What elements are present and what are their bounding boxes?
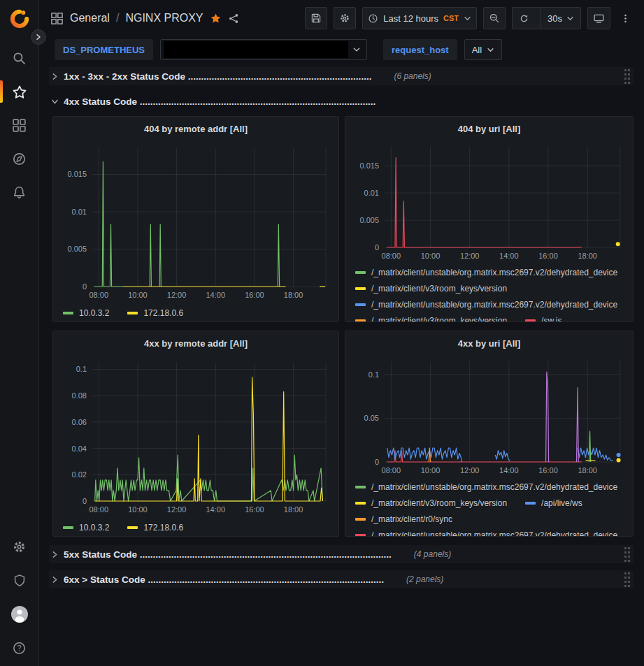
svg-text:0.08: 0.08 <box>72 391 87 400</box>
bell-icon <box>12 185 27 200</box>
legend-row: /_matrix/client/unstable/org.matrix.msc2… <box>355 296 627 312</box>
svg-text:08:00: 08:00 <box>382 466 401 475</box>
variable-value-request-host[interactable]: All <box>464 39 502 60</box>
legend-item[interactable]: /_matrix/client/unstable/org.matrix.msc2… <box>355 300 617 310</box>
panel-title[interactable]: 404 by remote addr [All] <box>59 120 333 137</box>
panel-4xx-by-uri: 4xx by uri [All] 00.050.108:0010:0012:00… <box>345 331 634 537</box>
tv-mode-button[interactable] <box>587 7 610 29</box>
redacted-value <box>164 41 348 58</box>
sidebar-item-alerting[interactable] <box>0 184 38 201</box>
legend-item[interactable]: /_matrix/client/v3/room_keys/version <box>355 498 507 508</box>
panel-title[interactable]: 4xx by remote addr [All] <box>59 335 333 352</box>
legend-item[interactable]: /_matrix/client/unstable/org.matrix.msc2… <box>355 268 617 277</box>
legend-row: /_matrix/client/r0/sync <box>355 511 627 527</box>
breadcrumb: General / NGINX PROXY <box>50 12 240 25</box>
kebab-menu-icon <box>620 13 631 24</box>
svg-text:10:00: 10:00 <box>128 291 148 299</box>
breadcrumb-dashboard-title[interactable]: NGINX PROXY <box>125 12 203 24</box>
legend-series-color <box>355 502 366 505</box>
legend-item[interactable]: /_matrix/client/r0/sync <box>355 514 452 524</box>
legend-series-label: /_matrix/client/v3/room_keys/version <box>371 284 507 294</box>
svg-text:10:00: 10:00 <box>421 466 441 475</box>
refresh-button[interactable] <box>513 8 536 29</box>
chevron-right-icon <box>50 575 59 584</box>
legend-item[interactable]: /_matrix/client/v3/room_keys/version <box>355 316 507 323</box>
chart-legend: 10.0.3.2172.18.0.6 <box>59 519 333 535</box>
compass-icon <box>12 152 27 166</box>
time-series-chart[interactable]: 00.0050.010.01508:0010:0012:0014:0016:00… <box>59 137 333 305</box>
sidebar-item-explore[interactable] <box>0 151 38 167</box>
row-drag-handle[interactable] <box>624 68 631 85</box>
sidebar: ? <box>0 0 39 666</box>
row-drag-handle[interactable] <box>624 572 631 588</box>
row-panel-count: (4 panels) <box>414 549 451 559</box>
row-header-5xx[interactable]: 5xx Status Code ........................… <box>49 545 634 563</box>
grafana-logo[interactable] <box>9 8 30 29</box>
gear-icon <box>12 540 27 554</box>
legend-series-color <box>355 271 366 274</box>
time-series-chart[interactable]: 00.050.108:0010:0012:0014:0016:0018:00 <box>351 352 629 479</box>
legend-item[interactable]: /_matrix/client/unstable/org.matrix.msc2… <box>355 530 617 537</box>
legend-item[interactable]: 10.0.3.2 <box>63 523 109 533</box>
legend-series-label: /_matrix/client/unstable/org.matrix.msc2… <box>371 268 617 277</box>
dashboard-settings-button[interactable] <box>334 7 356 29</box>
more-options-button[interactable] <box>617 7 634 29</box>
row-drag-handle[interactable] <box>624 546 631 563</box>
svg-text:12:00: 12:00 <box>167 505 187 514</box>
svg-text:0.015: 0.015 <box>67 170 87 178</box>
sidebar-item-search[interactable] <box>0 50 38 66</box>
help-icon: ? <box>12 641 27 656</box>
svg-text:0: 0 <box>375 243 379 252</box>
panel-title[interactable]: 404 by uri [All] <box>351 120 627 137</box>
legend-series-color <box>355 518 366 521</box>
zoom-out-time-button[interactable] <box>483 7 506 29</box>
time-range-picker[interactable]: Last 12 hours CST <box>362 7 477 29</box>
chevron-right-icon <box>34 33 43 41</box>
legend-series-color <box>355 303 366 306</box>
dashboard-toolbar: General / NGINX PROXY Last 12 hours CST <box>39 0 644 36</box>
sidebar-item-starred[interactable] <box>0 84 38 100</box>
legend-item[interactable]: 172.18.0.6 <box>127 523 183 533</box>
legend-item[interactable]: 10.0.3.2 <box>63 308 109 318</box>
save-dashboard-button[interactable] <box>305 7 327 29</box>
breadcrumb-folder[interactable]: General <box>70 12 110 24</box>
legend-series-label: /_matrix/client/unstable/org.matrix.msc2… <box>371 300 617 310</box>
chart-legend: 10.0.3.2172.18.0.6 <box>59 305 333 321</box>
panel-row: 404 by remote addr [All] 00.0050.010.015… <box>49 116 634 322</box>
legend-row: 10.0.3.2172.18.0.6 <box>63 519 333 535</box>
sidebar-item-dashboards[interactable] <box>0 117 38 133</box>
legend-series-color <box>63 526 73 529</box>
variable-value-ds-prometheus[interactable] <box>160 39 367 60</box>
legend-item[interactable]: /_matrix/client/unstable/org.matrix.msc2… <box>355 482 617 492</box>
legend-item[interactable]: /_matrix/client/v3/room_keys/version <box>355 284 507 294</box>
legend-series-label: 10.0.3.2 <box>79 523 109 533</box>
sidebar-item-help[interactable]: ? <box>0 640 38 656</box>
monitor-icon <box>593 13 605 24</box>
svg-text:14:00: 14:00 <box>206 505 226 514</box>
legend-series-color <box>355 486 366 488</box>
chart-legend: /_matrix/client/unstable/org.matrix.msc2… <box>351 479 627 537</box>
svg-text:0.05: 0.05 <box>364 414 379 422</box>
row-header-4xx[interactable]: 4xx Status Code ........................… <box>49 92 634 110</box>
row-header-6xx[interactable]: 6xx > Status Code ......................… <box>49 570 634 588</box>
sidebar-item-configuration[interactable] <box>0 539 38 555</box>
star-filled-icon[interactable] <box>210 13 222 24</box>
legend-item[interactable]: /api/live/ws <box>525 498 582 508</box>
user-avatar[interactable] <box>11 606 28 623</box>
legend-item[interactable]: /sw.js <box>525 316 561 323</box>
legend-item[interactable]: 172.18.0.6 <box>127 308 183 318</box>
time-series-chart[interactable]: 00.020.040.060.080.108:0010:0012:0014:00… <box>59 352 333 519</box>
row-header-1xx-3xx-2xx[interactable]: 1xx - 3xx - 2xx Status Code ............… <box>49 67 634 85</box>
svg-text:0.06: 0.06 <box>72 418 87 426</box>
panel-title[interactable]: 4xx by uri [All] <box>351 335 627 352</box>
legend-series-color <box>525 319 536 322</box>
share-icon[interactable] <box>228 13 240 24</box>
svg-text:16:00: 16:00 <box>245 505 264 514</box>
sidebar-expand-button[interactable] <box>31 29 46 45</box>
sidebar-item-server-admin[interactable] <box>0 572 38 588</box>
search-icon <box>12 51 27 66</box>
time-series-chart[interactable]: 00.0050.010.01508:0010:0012:0014:0016:00… <box>351 137 629 264</box>
refresh-interval-dropdown[interactable]: 30s <box>541 8 580 29</box>
legend-series-label: 10.0.3.2 <box>79 308 109 318</box>
svg-text:10:00: 10:00 <box>128 505 148 514</box>
